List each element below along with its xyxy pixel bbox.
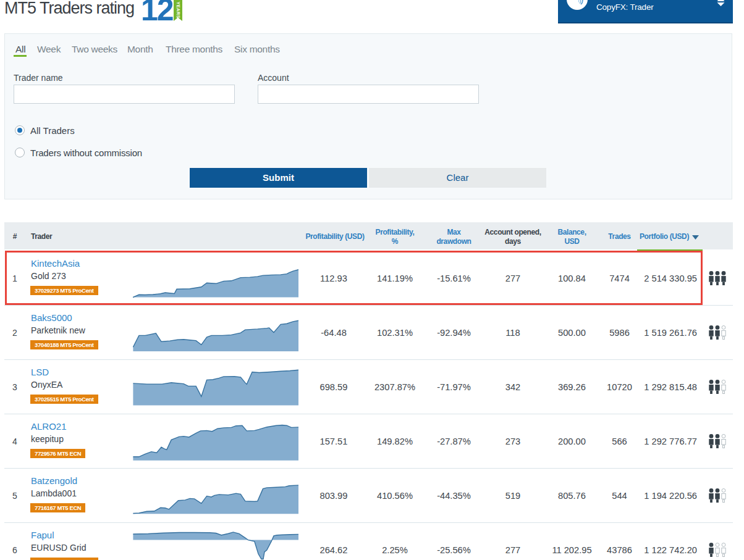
svg-text:YEARS: YEARS xyxy=(175,2,181,19)
